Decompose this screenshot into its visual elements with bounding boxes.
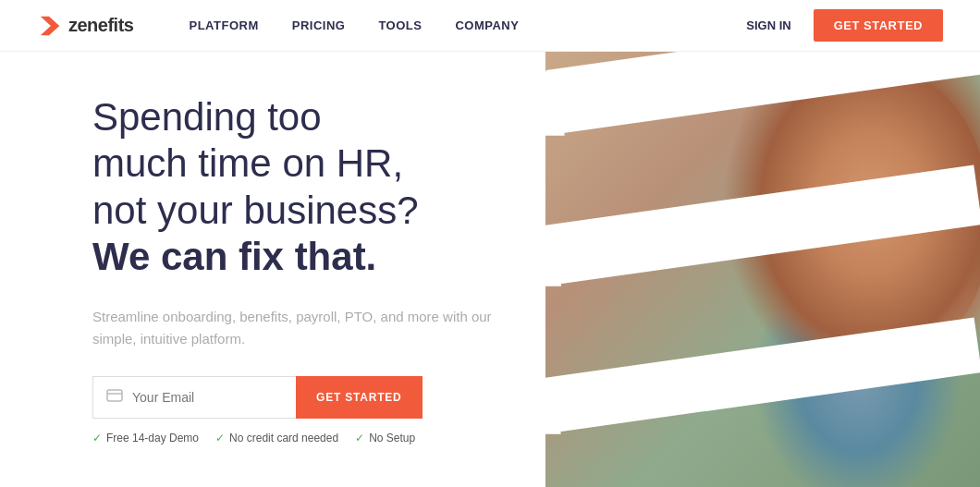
- nav-company[interactable]: COMPANY: [455, 18, 519, 32]
- perks-row: ✓ Free 14-day Demo ✓ No credit card need…: [92, 432, 508, 444]
- card-icon: [106, 389, 123, 406]
- headline-line2: much time on HR,: [92, 141, 403, 185]
- headline-line3: not your business?: [92, 189, 419, 232]
- perk-no-setup: ✓ No Setup: [355, 432, 415, 444]
- header-right: SIGN IN GET STARTED: [746, 9, 943, 42]
- zenefits-logo-icon: [37, 13, 63, 39]
- hero-left: Spending too much time on HR, not your b…: [0, 52, 545, 487]
- perk-text-1: Free 14-day Demo: [106, 432, 199, 444]
- main-content: Spending too much time on HR, not your b…: [0, 52, 980, 487]
- headline-bold: We can fix that.: [92, 235, 376, 278]
- sign-in-link[interactable]: SIGN IN: [746, 18, 790, 32]
- logo-text: zenefits: [68, 15, 133, 36]
- email-input-wrapper: [92, 376, 296, 419]
- hero-subheadline: Streamline onboarding, benefits, payroll…: [92, 306, 508, 350]
- perk-check-3: ✓: [355, 432, 364, 444]
- nav-pricing[interactable]: PRICING: [292, 18, 346, 32]
- headline-line1: Spending too: [92, 95, 322, 139]
- perk-text-2: No credit card needed: [229, 432, 338, 444]
- main-nav: PLATFORM PRICING TOOLS COMPANY: [189, 18, 746, 32]
- svg-marker-0: [41, 16, 60, 35]
- perk-check-1: ✓: [92, 432, 102, 444]
- svg-rect-1: [107, 390, 122, 401]
- nav-platform[interactable]: PLATFORM: [189, 18, 258, 32]
- perk-demo: ✓ Free 14-day Demo: [92, 432, 199, 444]
- perk-text-3: No Setup: [369, 432, 415, 444]
- email-cta-row: GET STARTED: [92, 376, 508, 419]
- nav-tools[interactable]: TOOLS: [378, 18, 422, 32]
- get-started-header-button[interactable]: GET STARTED: [814, 9, 943, 42]
- header: zenefits PLATFORM PRICING TOOLS COMPANY …: [0, 0, 980, 52]
- email-input[interactable]: [132, 390, 283, 405]
- logo[interactable]: zenefits: [37, 13, 133, 39]
- get-started-cta-button[interactable]: GET STARTED: [296, 376, 423, 419]
- hero-right: [545, 52, 980, 487]
- perk-no-card: ✓ No credit card needed: [215, 432, 338, 444]
- hero-headline: Spending too much time on HR, not your b…: [92, 94, 508, 281]
- perk-check-2: ✓: [215, 432, 225, 444]
